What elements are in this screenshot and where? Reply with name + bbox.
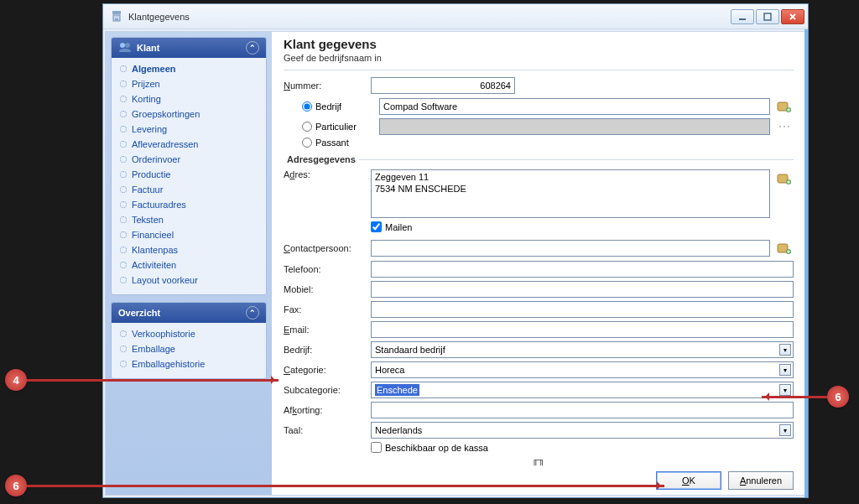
kassa-checkbox[interactable] [371, 442, 382, 453]
afkorting-input[interactable] [371, 402, 794, 418]
contact-label: Contactpersoon: [284, 243, 371, 253]
bullet-icon [120, 277, 127, 283]
sidebar-item-factuur[interactable]: Factuur [118, 182, 259, 197]
resize-grip: ╓╖ [532, 455, 545, 465]
telefoon-input[interactable] [371, 261, 794, 278]
svg-point-10 [779, 126, 781, 127]
particulier-radio[interactable] [302, 122, 312, 132]
cancel-button[interactable]: Annuleren [728, 471, 794, 490]
collapse-icon[interactable]: ⌃ [246, 41, 259, 55]
sidebar-item-label: Orderinvoer [132, 154, 180, 164]
lookup-adres-icon[interactable] [775, 169, 794, 188]
window-title: Klantgegevens [128, 12, 731, 22]
sidebar-item-label: Teksten [132, 215, 164, 225]
sidebar-item-orderinvoer[interactable]: Orderinvoer [118, 152, 259, 167]
lookup-bedrijf-icon[interactable] [775, 97, 794, 116]
callout-4: 4 [5, 369, 279, 391]
kassa-label: Beschikbaar op de kassa [385, 443, 488, 453]
titlebar: Klantgegevens [103, 4, 808, 29]
sidebar-item-verkoophistorie[interactable]: Verkoophistorie [118, 326, 259, 341]
svg-point-5 [120, 43, 125, 48]
svg-rect-4 [764, 13, 771, 20]
chevron-down-icon: ▾ [779, 344, 791, 356]
telefoon-label: Telefoon: [284, 264, 371, 274]
sidebar-item-label: Korting [132, 94, 161, 104]
sidebar-item-teksten[interactable]: Teksten [118, 212, 259, 227]
sidebar-item-groepskortingen[interactable]: Groepskortingen [118, 107, 259, 122]
klantgegevens-window: Klantgegevens Klant ⌃ AlgemeenPr [102, 3, 809, 498]
email-input[interactable] [371, 321, 794, 338]
sidebar-item-label: Verkoophistorie [132, 329, 195, 339]
sidebar-item-label: Productie [132, 169, 170, 179]
sidebar-item-label: Algemeen [132, 64, 176, 74]
bedrijf2-label: Bedrijf: [284, 345, 371, 355]
collapse-icon[interactable]: ⌃ [246, 306, 259, 320]
particulier-radio-label: Particulier [315, 122, 379, 132]
right-edge [804, 29, 808, 497]
bullet-icon [120, 216, 127, 223]
sidebar-item-factuuradres[interactable]: Factuuradres [118, 197, 259, 212]
sidebar-item-layout-voorkeur[interactable]: Layout voorkeur [118, 273, 259, 288]
adres-label: Adres: [284, 169, 371, 179]
sidebar-item-algemeen[interactable]: Algemeen [118, 61, 259, 76]
maximize-button[interactable] [756, 9, 779, 24]
bullet-icon [120, 247, 127, 253]
bullet-icon [120, 346, 127, 352]
sidebar-item-prijzen[interactable]: Prijzen [118, 76, 259, 91]
bullet-icon [120, 65, 127, 72]
mailen-label: Mailen [385, 222, 412, 232]
adres-textarea[interactable]: Zeggeven 11 7534 NM ENSCHEDE [371, 169, 770, 218]
email-label: Email: [284, 325, 371, 335]
sidebar-item-productie[interactable]: Productie [118, 167, 259, 182]
sidebar-item-afleveradressen[interactable]: Afleveradressen [118, 137, 259, 152]
sidebar-item-emballage[interactable]: Emballage [118, 341, 259, 356]
sidebar-item-activiteiten[interactable]: Activiteiten [118, 257, 259, 273]
bullet-icon [120, 171, 127, 178]
sidebar-item-label: Factuuradres [132, 200, 186, 210]
ok-button[interactable]: OK [656, 471, 721, 490]
minimize-button[interactable] [731, 9, 754, 24]
bedrijf-radio[interactable] [302, 101, 312, 112]
bedrijf-input[interactable] [379, 98, 770, 115]
sidebar-item-label: Activiteiten [132, 260, 176, 270]
lookup-contact-icon[interactable] [775, 239, 794, 257]
bullet-icon [120, 156, 127, 163]
nummer-input[interactable] [371, 77, 515, 94]
afkorting-label: Afkorting: [284, 405, 371, 415]
sidebar-panel-overzicht: Overzicht ⌃ VerkoophistorieEmballageEmba… [111, 302, 267, 379]
clear-particulier-icon[interactable] [775, 117, 794, 136]
callout-6-bottom: 6 [5, 475, 664, 496]
passant-radio[interactable] [302, 138, 312, 148]
svg-rect-0 [112, 11, 121, 14]
categorie-select[interactable]: Horeca▾ [371, 361, 794, 378]
svg-point-12 [788, 126, 789, 127]
passant-radio-label: Passant [315, 138, 349, 148]
sidebar-item-label: Factuur [132, 184, 163, 195]
mailen-checkbox[interactable] [371, 221, 382, 232]
svg-rect-2 [115, 18, 118, 20]
bedrijf-select[interactable]: Standaard bedrijf▾ [371, 341, 794, 358]
adres-section-title: Adresgegevens [284, 154, 359, 164]
fax-input[interactable] [371, 301, 794, 318]
sidebar-item-levering[interactable]: Levering [118, 122, 259, 137]
subcategorie-select[interactable]: Enschede▾ [371, 382, 794, 398]
contact-input[interactable] [371, 240, 770, 257]
bullet-icon [120, 201, 127, 208]
sidebar-item-label: Emballage [132, 344, 175, 354]
panel-title: Klant [137, 43, 160, 53]
fax-label: Fax: [284, 304, 371, 314]
sidebar-item-korting[interactable]: Korting [118, 91, 259, 107]
sidebar-item-klantenpas[interactable]: Klantenpas [118, 242, 259, 257]
bullet-icon [120, 126, 127, 132]
mobiel-label: Mobiel: [284, 284, 371, 294]
svg-point-11 [784, 126, 785, 127]
panel-title: Overzicht [118, 308, 160, 318]
sidebar-item-financieel[interactable]: Financieel [118, 227, 259, 242]
svg-point-6 [125, 43, 130, 48]
mobiel-input[interactable] [371, 281, 794, 298]
sidebar-item-label: Groepskortingen [132, 109, 200, 119]
sidebar-item-label: Financieel [132, 230, 174, 240]
taal-label: Taal: [284, 425, 371, 435]
taal-select[interactable]: Nederlands▾ [371, 422, 794, 439]
close-button[interactable] [781, 9, 804, 24]
